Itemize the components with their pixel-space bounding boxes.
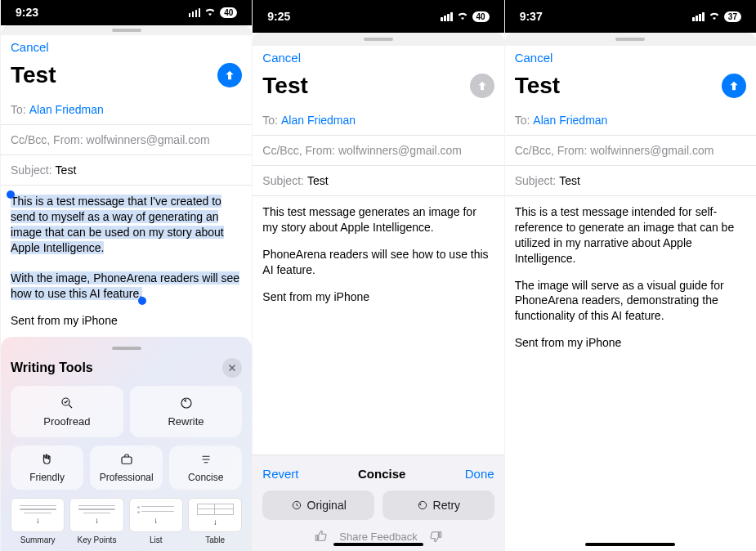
- subject-value: Test: [559, 174, 580, 187]
- panel-title: Concise: [358, 467, 405, 481]
- subject-label: Subject:: [515, 174, 557, 187]
- cc-bcc-label: Cc/Bcc, From: wolfwinners@gmail.com: [11, 133, 210, 146]
- wave-icon: [40, 452, 55, 467]
- arrow-up-icon: [223, 69, 236, 82]
- compose-title: Test: [262, 73, 308, 99]
- phone-2: 9:25 40 Cancel Test To: Alan Friedman Cc…: [252, 0, 503, 551]
- battery-indicator: 40: [220, 7, 237, 18]
- sheet-grabber[interactable]: [1, 25, 252, 35]
- subject-value: Test: [307, 174, 329, 187]
- thumbs-up-icon[interactable]: [315, 530, 328, 543]
- retry-button[interactable]: Retry: [382, 491, 494, 520]
- concise-result-panel: Revert Concise Done Original Retry Share…: [253, 455, 503, 551]
- cellular-icon: [692, 12, 705, 21]
- close-button[interactable]: [222, 358, 242, 378]
- subject-value: Test: [56, 164, 77, 177]
- panel-grabber[interactable]: [112, 347, 141, 350]
- cellular-icon: [189, 8, 201, 17]
- friendly-button[interactable]: Friendly: [11, 446, 83, 490]
- email-body[interactable]: This is a test message intended for self…: [505, 196, 756, 551]
- table-card[interactable]: ↓ Table: [188, 498, 242, 544]
- to-label: To:: [515, 114, 530, 127]
- cc-bcc-label: Cc/Bcc, From: wolfwinners@gmail.com: [262, 144, 462, 157]
- selected-text[interactable]: This is a test message that I've created…: [11, 195, 239, 300]
- concise-icon: [199, 452, 213, 467]
- subject-field[interactable]: Subject: Test: [1, 155, 252, 186]
- home-indicator[interactable]: [333, 543, 423, 546]
- email-body[interactable]: This is a test message that I've created…: [1, 186, 252, 337]
- arrow-up-icon: [727, 79, 740, 92]
- keypoints-card[interactable]: ↓ Key Points: [69, 498, 123, 544]
- cancel-button[interactable]: Cancel: [11, 40, 49, 54]
- selection-start-handle[interactable]: [7, 190, 15, 199]
- compose-title: Test: [11, 62, 56, 88]
- phone-3: 9:37 37 Cancel Test To: Alan Friedman Cc…: [504, 0, 756, 551]
- to-value[interactable]: Alan Friedman: [281, 114, 356, 127]
- wifi-icon: [708, 10, 721, 23]
- status-time: 9:25: [267, 10, 290, 23]
- status-bar: 9:25 40: [253, 0, 503, 33]
- rewrite-icon: [179, 396, 194, 410]
- subject-field[interactable]: Subject: Test: [253, 166, 503, 196]
- phone-1: 9:23 40 Cancel Test To: Alan Friedman Cc…: [0, 0, 252, 551]
- share-feedback-row: Share Feedback: [262, 530, 494, 543]
- subject-label: Subject:: [11, 164, 52, 177]
- to-field[interactable]: To: Alan Friedman: [1, 95, 252, 125]
- to-field[interactable]: To: Alan Friedman: [505, 105, 756, 136]
- revert-button[interactable]: Revert: [262, 467, 298, 481]
- magnifier-check-icon: [60, 396, 74, 410]
- professional-button[interactable]: Professional: [90, 446, 163, 490]
- to-field[interactable]: To: Alan Friedman: [253, 105, 503, 136]
- share-feedback-label[interactable]: Share Feedback: [339, 531, 417, 543]
- wifi-icon: [204, 6, 217, 19]
- cancel-button[interactable]: Cancel: [262, 51, 301, 65]
- svg-rect-2: [122, 457, 132, 464]
- summary-card[interactable]: ↓ Summary: [11, 498, 65, 544]
- sheet-grabber[interactable]: [505, 33, 756, 46]
- clock-icon: [291, 499, 302, 511]
- to-label: To:: [11, 103, 26, 116]
- arrow-up-icon: [476, 79, 489, 92]
- close-icon: [227, 363, 237, 373]
- briefcase-icon: [119, 452, 134, 467]
- sheet-grabber[interactable]: [253, 33, 503, 46]
- status-bar: 9:23 40: [1, 0, 252, 25]
- cancel-button[interactable]: Cancel: [515, 51, 553, 65]
- writing-tools-title: Writing Tools: [11, 361, 93, 375]
- cellular-icon: [441, 12, 453, 21]
- send-button[interactable]: [470, 74, 494, 98]
- cc-bcc-field[interactable]: Cc/Bcc, From: wolfwinners@gmail.com: [253, 136, 503, 166]
- compose-title: Test: [515, 73, 561, 99]
- status-bar: 9:37 37: [505, 0, 756, 33]
- thumbs-down-icon[interactable]: [429, 530, 442, 543]
- retry-icon: [417, 499, 428, 511]
- email-signature: Sent from my iPhone: [11, 313, 242, 329]
- status-time: 9:23: [16, 6, 38, 19]
- subject-label: Subject:: [262, 174, 304, 187]
- cc-bcc-label: Cc/Bcc, From: wolfwinners@gmail.com: [515, 144, 714, 157]
- status-time: 9:37: [520, 10, 543, 23]
- proofread-button[interactable]: Proofread: [11, 386, 123, 437]
- subject-field[interactable]: Subject: Test: [505, 166, 756, 196]
- to-label: To:: [262, 114, 278, 127]
- send-button[interactable]: [217, 63, 242, 87]
- email-signature: Sent from my iPhone: [262, 289, 494, 305]
- done-button[interactable]: Done: [465, 467, 494, 481]
- to-value[interactable]: Alan Friedman: [29, 103, 104, 116]
- email-signature: Sent from my iPhone: [515, 335, 746, 351]
- home-indicator[interactable]: [585, 543, 675, 546]
- battery-indicator: 40: [472, 11, 490, 22]
- rewrite-button[interactable]: Rewrite: [130, 386, 243, 437]
- list-card[interactable]: ↓ List: [129, 498, 183, 544]
- battery-indicator: 37: [724, 11, 741, 22]
- to-value[interactable]: Alan Friedman: [533, 114, 607, 127]
- cc-bcc-field[interactable]: Cc/Bcc, From: wolfwinners@gmail.com: [505, 136, 756, 166]
- email-body[interactable]: This test message generates an image for…: [253, 196, 503, 455]
- concise-button[interactable]: Concise: [169, 446, 242, 490]
- original-button[interactable]: Original: [262, 491, 374, 520]
- svg-point-4: [418, 501, 426, 508]
- selection-end-handle[interactable]: [138, 297, 146, 305]
- writing-tools-panel: Writing Tools Proofread Rewrite Friendly: [1, 337, 252, 551]
- send-button[interactable]: [722, 74, 746, 98]
- cc-bcc-field[interactable]: Cc/Bcc, From: wolfwinners@gmail.com: [1, 125, 252, 155]
